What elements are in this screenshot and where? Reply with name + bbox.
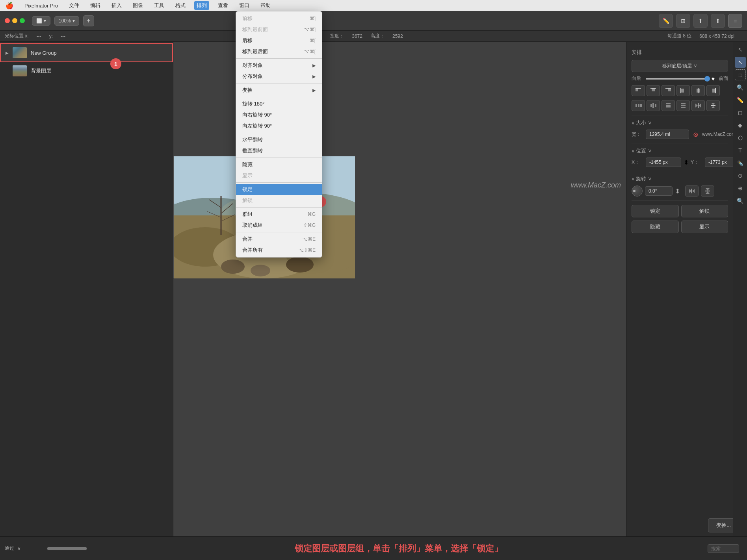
menu-item-merge-all[interactable]: 合并所有 ⌥⇧⌘E [236, 245, 322, 256]
menu-item-flip-horizontal[interactable]: 水平翻转 [236, 134, 322, 145]
menu-item-rotate180[interactable]: 旋转 180° [236, 98, 322, 109]
distribute-h-center-button[interactable] [647, 100, 660, 111]
menubar-help[interactable]: 帮助 [258, 1, 273, 10]
crop-tool-button[interactable]: ⊞ [676, 14, 690, 28]
menu-item-merge[interactable]: 合并 ⌥⌘E [236, 234, 322, 245]
menubar-arrange[interactable]: 排列 [194, 1, 209, 10]
back-label: 向后 [632, 75, 643, 82]
apple-menu[interactable]: 🍎 [3, 1, 16, 10]
menu-item-ungroup[interactable]: 取消成组 ⇧⌘G [236, 220, 322, 231]
tool-select[interactable]: ↖ [735, 44, 746, 55]
add-button[interactable]: + [83, 15, 94, 26]
menu-item-send-back[interactable]: 移到最后面 ⌥⌘[ [236, 46, 322, 57]
zoom-label: 100% [59, 18, 71, 24]
distribute-v-top-button[interactable] [662, 100, 675, 111]
menu-item-unlock[interactable]: 解锁 [236, 195, 322, 206]
align-center-right-button[interactable] [706, 85, 720, 96]
menu-item-show[interactable]: 显示 [236, 170, 322, 181]
align-center-button[interactable] [691, 85, 705, 96]
layer-item-background[interactable]: 背景图层 [0, 62, 173, 80]
menubar-edit[interactable]: 编辑 [88, 1, 103, 10]
blend-mode-label: 通过 [5, 545, 14, 552]
menubar-view[interactable]: 查看 [216, 1, 230, 10]
flip-h-button[interactable] [691, 100, 705, 111]
tool-pen[interactable]: ✒️ [735, 158, 746, 169]
menu-item-lock[interactable]: 锁定 [236, 184, 322, 195]
tool-marquee[interactable]: ⬚ [735, 69, 746, 80]
tool-cursor[interactable]: ↖ [735, 57, 746, 68]
view-toggle-button[interactable]: ⬜ ▾ [32, 16, 50, 26]
show-button[interactable]: 显示 [681, 221, 728, 233]
pen-tool-button[interactable]: ✏️ [659, 14, 673, 28]
menubar-file[interactable]: 文件 [67, 1, 82, 10]
align-center-left-button[interactable] [676, 85, 690, 96]
menubar-window[interactable]: 窗口 [237, 1, 252, 10]
menu-item-distribute-objects[interactable]: 分布对象 ▶ [236, 71, 322, 82]
menu-item-flip-vertical[interactable]: 垂直翻转 [236, 145, 322, 156]
tool-paint[interactable]: ✏️ [735, 95, 746, 106]
fullscreen-button[interactable] [20, 18, 25, 23]
menu-item-align-objects[interactable]: 对齐对象 ▶ [236, 60, 322, 71]
rotation-knob[interactable] [632, 185, 643, 197]
step-badge-1: 1 [110, 58, 121, 69]
menu-item-bring-front[interactable]: 移到最前面 ⌥⌘] [236, 24, 322, 35]
menubar-insert[interactable]: 插入 [109, 1, 124, 10]
menubar-pixelmator[interactable]: Pixelmator Pro [22, 2, 60, 9]
menu-item-backward[interactable]: 后移 ⌘[ [236, 35, 322, 46]
menubar-image[interactable]: 图像 [130, 1, 145, 10]
back-front-slider[interactable] [646, 78, 708, 80]
distribute-v-center-button[interactable] [676, 100, 690, 111]
distribute-h-left-button[interactable] [632, 100, 645, 111]
lock-button[interactable]: 锁定 [632, 205, 679, 217]
position-section-header[interactable]: ∨ 位置 ∨ [632, 147, 728, 154]
x-input[interactable] [646, 158, 681, 167]
hide-button[interactable]: 隐藏 [632, 221, 679, 233]
svg-marker-61 [706, 191, 710, 194]
align-top-left-button[interactable] [632, 85, 645, 96]
menu-item-lock-label: 锁定 [242, 186, 253, 193]
search-input[interactable] [708, 544, 739, 553]
flip-horizontal-button[interactable] [685, 185, 699, 197]
tool-eyedropper[interactable]: ⊙ [735, 170, 746, 181]
menu-item-forward[interactable]: 前移 ⌘] [236, 13, 322, 24]
minimize-button[interactable] [12, 18, 17, 23]
size-section-header[interactable]: ∨ 大小 ∨ [632, 119, 728, 126]
menubar-tools[interactable]: 工具 [152, 1, 167, 10]
close-button[interactable] [5, 18, 10, 23]
zoom-arrow-icon: ▾ [72, 18, 75, 24]
tool-fill[interactable]: ◆ [735, 120, 746, 131]
menu-item-group[interactable]: 群组 ⌘G [236, 209, 322, 220]
move-to-bottom-top-button[interactable]: 移到底层/顶层 ∨ [632, 60, 728, 72]
tool-zoom[interactable]: 🔍 [735, 195, 746, 206]
menu-item-transform[interactable]: 变换 ▶ [236, 85, 322, 96]
width-input[interactable] [646, 130, 689, 139]
flip-v-button[interactable] [706, 100, 720, 111]
search-area [708, 544, 739, 553]
tool-lasso[interactable]: 🔍 [735, 82, 746, 93]
align-top-center-button[interactable] [647, 85, 660, 96]
unlock-button[interactable]: 解锁 [681, 205, 728, 217]
size-title: 大小 ∨ [636, 119, 652, 126]
export-button[interactable]: ⬆ [693, 14, 708, 28]
view-arrow-icon: ▾ [44, 18, 46, 24]
align-top-right-button[interactable] [662, 85, 675, 96]
tool-crop[interactable]: ⊕ [735, 183, 746, 194]
opacity-slider[interactable] [47, 547, 87, 550]
rotation-input[interactable] [645, 186, 673, 196]
flip-vertical-button[interactable] [701, 185, 714, 197]
menu-item-hide[interactable]: 隐藏 [236, 159, 322, 170]
menu-item-rotate-right[interactable]: 向右旋转 90° [236, 109, 322, 121]
y-input[interactable] [705, 158, 733, 167]
menu-item-rotate-left[interactable]: 向左旋转 90° [236, 121, 322, 132]
menu-shortcut-bring-front: ⌥⌘] [304, 27, 316, 32]
share-button[interactable]: ⬆ [711, 14, 725, 28]
settings-button[interactable]: ≡ [728, 14, 742, 28]
tool-shape[interactable]: ⬡ [735, 132, 746, 143]
menubar-format[interactable]: 格式 [173, 1, 188, 10]
blend-mode-area: 通过 ∨ [5, 545, 44, 552]
layer-item-new-group[interactable]: ▶ New Group [0, 43, 173, 62]
zoom-button[interactable]: 100% ▾ [54, 16, 79, 26]
tool-eraser[interactable]: ◻ [735, 107, 746, 118]
tool-text[interactable]: T [735, 145, 746, 156]
rotation-section-header[interactable]: ∨ 旋转 ∨ [632, 175, 728, 182]
